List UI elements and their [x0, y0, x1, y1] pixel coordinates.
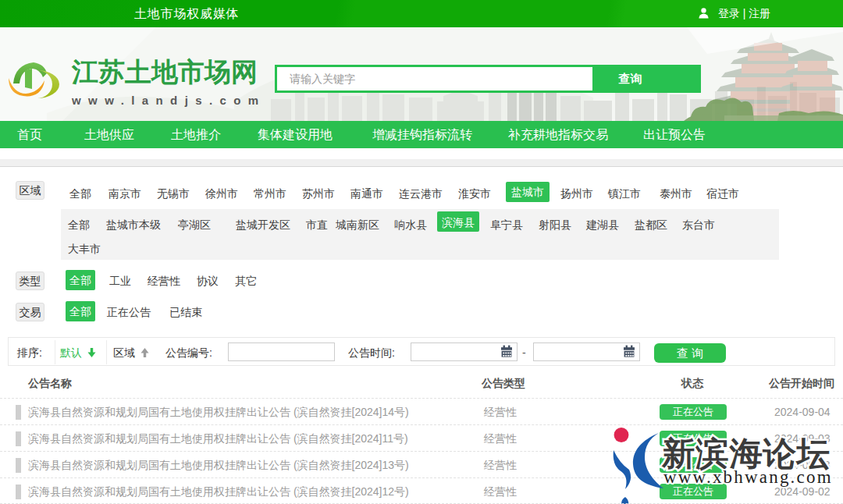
svg-text:www.xbhwang.com: www.xbhwang.com [663, 467, 833, 487]
svg-text:新滨海论坛: 新滨海论坛 [661, 435, 831, 472]
